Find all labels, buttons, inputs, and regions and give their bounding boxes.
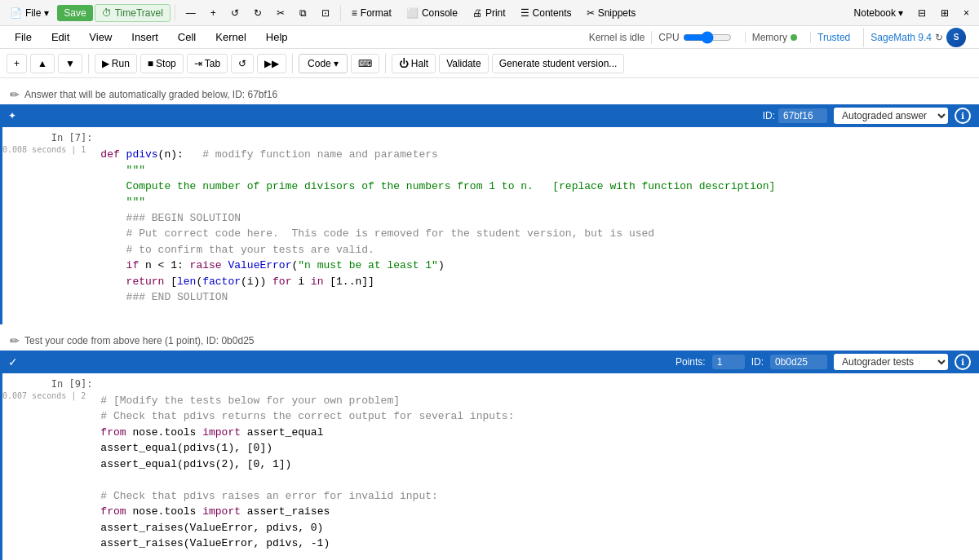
contents-icon: ☰ xyxy=(521,7,529,19)
cell2-prompt: In [9]: 0.007 seconds | 2 xyxy=(2,373,100,560)
tab-icon: ⇥ xyxy=(194,58,202,69)
menu-kernel[interactable]: Kernel xyxy=(207,29,255,46)
console-icon: ⬜ xyxy=(406,7,419,19)
console-label: Console xyxy=(422,7,458,19)
keyboard-button[interactable]: ⌨ xyxy=(351,54,379,73)
cpu-section: CPU xyxy=(651,31,738,44)
trusted-label: Trusted xyxy=(817,32,850,43)
stop-icon: ■ xyxy=(148,58,153,69)
generate-button[interactable]: Generate student version... xyxy=(492,54,625,73)
menu-edit[interactable]: Edit xyxy=(43,29,78,46)
cell2-type-select[interactable]: Autograder tests Autograded answer Read-… xyxy=(834,354,948,370)
move-down-button[interactable]: ▼ xyxy=(58,54,82,73)
code-label: Code xyxy=(308,58,331,69)
paste-button[interactable]: ⊡ xyxy=(315,5,336,21)
copy-button[interactable]: ⧉ xyxy=(293,5,313,21)
cpu-label: CPU xyxy=(658,32,679,43)
cell1-outer: ✦ ID: Autograded answer Autograder tests… xyxy=(0,104,979,324)
format-button[interactable]: ≡ Format xyxy=(345,5,398,21)
cut-button[interactable]: ✂ xyxy=(270,5,291,21)
cell1-info-button[interactable]: ℹ xyxy=(955,108,971,124)
sage-version: SageMath 9.4 xyxy=(870,32,932,43)
add-cell-above-button[interactable]: + xyxy=(7,54,27,73)
cell2-content[interactable]: # [Modify the tests below for your own p… xyxy=(100,373,979,560)
notebook-label: Notebook xyxy=(854,7,896,19)
save-label: Save xyxy=(64,7,86,19)
file-menu-btn[interactable]: 📄 File ▾ xyxy=(3,5,55,21)
format-label: Format xyxy=(361,7,392,19)
stop-button[interactable]: ■ Stop xyxy=(140,54,184,73)
notebook-content: ✏ Answer that will be automatically grad… xyxy=(0,78,979,560)
run-icon: ▶ xyxy=(102,58,109,69)
validate-label: Validate xyxy=(446,58,481,69)
cell1-header: ✦ ID: Autograded answer Autograder tests… xyxy=(0,104,979,127)
redo1-button[interactable]: ↺ xyxy=(224,5,246,21)
file-label: File xyxy=(25,7,41,19)
contents-button[interactable]: ☰ Contents xyxy=(514,5,578,21)
cell2-time: 0.007 seconds | 2 xyxy=(2,390,92,402)
sep3 xyxy=(88,54,89,73)
cell1-content[interactable]: def pdivs(n): # modify function name and… xyxy=(100,127,979,324)
menu-cell[interactable]: Cell xyxy=(170,29,204,46)
cell1-id-input[interactable] xyxy=(778,108,827,123)
tab-button[interactable]: ⇥ Tab xyxy=(187,54,228,73)
cell2-comment-text: Test your code from above here (1 point)… xyxy=(24,335,255,346)
pencil-icon: ✏ xyxy=(10,88,20,101)
timetravel-button[interactable]: ⏱ TimeTravel xyxy=(95,4,171,22)
cell2-code: In [9]: 0.007 seconds | 2 # [Modify the … xyxy=(0,373,979,560)
tab-label: Tab xyxy=(205,58,220,69)
memory-indicator xyxy=(791,34,797,41)
cell2-info-button[interactable]: ℹ xyxy=(955,354,971,370)
chevron-icon: ▾ xyxy=(44,7,49,19)
menu-file[interactable]: File xyxy=(7,29,40,46)
menu-bar: File Edit View Insert Cell Kernel Help K… xyxy=(0,26,979,49)
wand-icon: ✦ xyxy=(8,110,16,121)
validate-button[interactable]: Validate xyxy=(439,54,488,73)
contents-label: Contents xyxy=(533,7,572,19)
menu-insert[interactable]: Insert xyxy=(123,29,166,46)
sage-logo: S xyxy=(946,28,966,47)
refresh-button[interactable]: ↺ xyxy=(231,54,254,73)
cpu-meter[interactable] xyxy=(683,31,732,44)
check-icon: ✓ xyxy=(8,355,18,368)
timetravel-label: TimeTravel xyxy=(115,7,163,19)
grid-view-button[interactable]: ⊞ xyxy=(934,5,955,21)
points-label: Points: xyxy=(676,356,706,368)
cell2-id-input[interactable] xyxy=(770,355,827,369)
sage-section: SageMath 9.4 ↻ S xyxy=(863,28,972,47)
fast-forward-button[interactable]: ▶▶ xyxy=(257,54,286,73)
print-label: Print xyxy=(485,7,506,19)
top-toolbar: 📄 File ▾ Save ⏱ TimeTravel — + ↺ ↻ ✂ ⧉ ⊡… xyxy=(0,0,979,26)
cell2-comment: ✏ Test your code from above here (1 poin… xyxy=(0,331,979,351)
cell1-type-select[interactable]: Autograded answer Autograder tests Read-… xyxy=(834,108,948,124)
run-button[interactable]: ▶ Run xyxy=(95,54,137,73)
memory-section: Memory xyxy=(745,32,804,43)
cell1-prompt-text: In [7]: xyxy=(2,132,92,143)
close-button[interactable]: × xyxy=(957,5,976,21)
move-up-button[interactable]: ▲ xyxy=(30,54,55,73)
redo2-button[interactable]: ↻ xyxy=(247,5,268,21)
menu-help[interactable]: Help xyxy=(258,29,296,46)
save-button[interactable]: Save xyxy=(57,5,92,21)
halt-button[interactable]: ⏻ Halt xyxy=(392,54,436,73)
add-cell-button[interactable]: + xyxy=(204,5,223,21)
sage-refresh-icon[interactable]: ↻ xyxy=(935,32,943,43)
split-view-button[interactable]: ⊟ xyxy=(911,5,932,21)
console-button[interactable]: ⬜ Console xyxy=(400,5,464,21)
pencil2-icon: ✏ xyxy=(10,334,20,347)
cell1-comment-text: Answer that will be automatically graded… xyxy=(24,89,277,100)
trusted-section: Trusted xyxy=(810,32,857,43)
snippets-icon: ✂ xyxy=(587,7,595,19)
generate-label: Generate student version... xyxy=(499,58,618,69)
notebook-dropdown[interactable]: Notebook ▾ xyxy=(848,5,910,21)
menu-view[interactable]: View xyxy=(81,29,120,46)
print-button[interactable]: 🖨 Print xyxy=(466,5,512,21)
undo-button[interactable]: — xyxy=(179,5,202,21)
snippets-label: Snippets xyxy=(598,7,636,19)
memory-label: Memory xyxy=(752,32,787,43)
points-input[interactable] xyxy=(712,355,745,369)
snippets-button[interactable]: ✂ Snippets xyxy=(580,5,643,21)
clock-icon: ⏱ xyxy=(102,7,112,19)
code-type-select[interactable]: Code ▾ xyxy=(299,54,348,73)
format-icon: ≡ xyxy=(352,7,357,19)
